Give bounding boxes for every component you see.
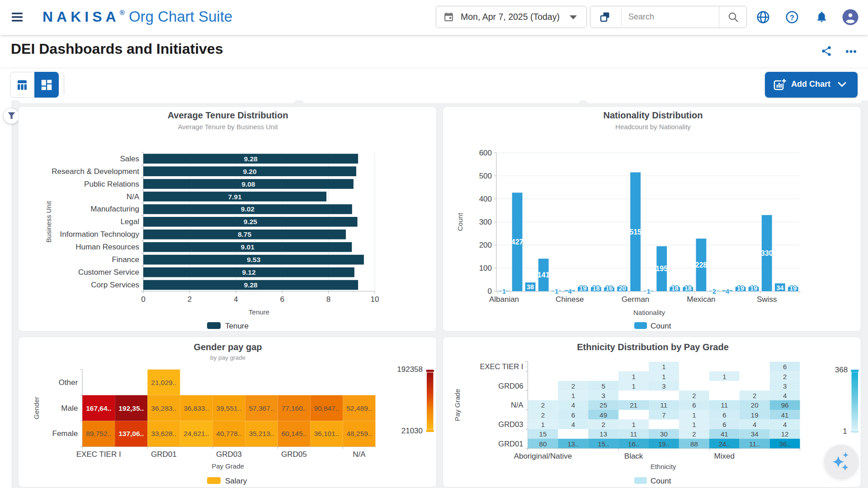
svg-text:11..: 11..: [749, 440, 760, 448]
svg-text:2: 2: [712, 287, 716, 295]
svg-text:Ethnicity: Ethnicity: [651, 463, 676, 470]
svg-text:195: 195: [656, 265, 668, 272]
svg-text:Ethnicity Distribution by Pay: Ethnicity Distribution by Pay Grade: [577, 342, 729, 352]
svg-text:77,160..: 77,160..: [281, 404, 307, 412]
svg-text:11: 11: [721, 401, 728, 409]
svg-text:Male: Male: [61, 404, 78, 413]
svg-text:1: 1: [692, 421, 696, 428]
svg-text:6: 6: [571, 411, 575, 419]
svg-text:33,628..: 33,628..: [151, 430, 176, 437]
svg-text:GRD03: GRD03: [498, 420, 523, 428]
svg-text:18: 18: [592, 285, 599, 292]
svg-text:9.20: 9.20: [243, 168, 256, 175]
svg-text:1: 1: [632, 421, 635, 428]
svg-text:330: 330: [761, 249, 773, 257]
svg-text:Mexican: Mexican: [687, 295, 715, 304]
svg-text:368: 368: [835, 366, 848, 374]
svg-text:9.01: 9.01: [241, 243, 255, 251]
svg-text:Pay Grade: Pay Grade: [453, 389, 461, 422]
svg-text:52,489..: 52,489..: [346, 404, 372, 412]
svg-text:11: 11: [630, 430, 637, 438]
svg-text:2: 2: [541, 401, 545, 409]
svg-text:Customer Service: Customer Service: [78, 268, 139, 277]
svg-text:Black: Black: [624, 452, 643, 460]
svg-text:4: 4: [234, 295, 238, 304]
svg-text:Corp Services: Corp Services: [91, 281, 139, 289]
svg-text:34: 34: [776, 284, 783, 291]
svg-text:Swiss: Swiss: [757, 295, 777, 304]
svg-text:34: 34: [751, 430, 759, 438]
svg-text:137,06..: 137,06..: [118, 430, 144, 437]
svg-text:60,145..: 60,145..: [281, 430, 307, 437]
svg-text:19: 19: [750, 285, 757, 292]
svg-text:2: 2: [602, 421, 605, 428]
svg-text:N/A: N/A: [127, 192, 140, 201]
svg-text:36,283..: 36,283..: [151, 404, 176, 412]
svg-text:8: 8: [326, 295, 330, 304]
svg-text:Average Tenure Distribution: Average Tenure Distribution: [168, 110, 288, 120]
svg-text:Sales: Sales: [120, 155, 139, 163]
svg-text:Manufacturing: Manufacturing: [90, 205, 139, 213]
svg-text:13..: 13..: [567, 440, 579, 448]
svg-text:GRD06: GRD06: [498, 382, 523, 390]
svg-text:EXEC TIER I: EXEC TIER I: [480, 362, 523, 371]
svg-text:18: 18: [684, 285, 692, 292]
svg-text:1: 1: [692, 411, 696, 419]
svg-text:GRD01: GRD01: [151, 450, 177, 459]
svg-text:3: 3: [602, 392, 605, 399]
svg-text:4: 4: [571, 421, 575, 428]
svg-text:1: 1: [843, 427, 847, 436]
svg-text:15: 15: [539, 430, 547, 438]
svg-text:5: 5: [602, 382, 605, 390]
svg-text:3: 3: [662, 382, 665, 390]
svg-text:EXEC TIER I: EXEC TIER I: [76, 450, 121, 459]
svg-text:19: 19: [751, 411, 759, 419]
svg-text:16: 16: [605, 285, 613, 292]
svg-text:9.02: 9.02: [241, 205, 255, 213]
svg-text:Information Technology: Information Technology: [60, 230, 140, 239]
svg-text:Headcount by Nationality: Headcount by Nationality: [615, 123, 691, 131]
svg-text:1: 1: [502, 287, 506, 295]
svg-text:7.91: 7.91: [228, 193, 242, 201]
svg-text:?: ?: [790, 14, 794, 22]
svg-text:228: 228: [695, 261, 708, 269]
svg-text:10: 10: [371, 295, 379, 304]
svg-text:36,101..: 36,101..: [314, 430, 339, 437]
svg-text:57,367..: 57,367..: [249, 404, 274, 412]
svg-text:1: 1: [662, 363, 665, 371]
svg-text:1: 1: [722, 373, 726, 380]
svg-text:2: 2: [571, 382, 575, 390]
svg-text:89,752..: 89,752..: [86, 430, 111, 437]
svg-text:80: 80: [539, 440, 547, 448]
svg-text:24..: 24..: [719, 440, 730, 448]
svg-text:4: 4: [783, 392, 787, 399]
svg-text:Human Resources: Human Resources: [75, 243, 139, 251]
svg-text:Average Tenure by Business Uni: Average Tenure by Business Unit: [178, 123, 278, 131]
svg-text:24,621..: 24,621..: [184, 430, 209, 437]
svg-text:3: 3: [783, 382, 787, 390]
svg-text:18: 18: [671, 285, 679, 292]
svg-text:36,833..: 36,833..: [184, 404, 209, 412]
svg-text:40,778..: 40,778..: [216, 430, 241, 437]
svg-text:600: 600: [479, 149, 492, 157]
svg-text:Legal: Legal: [120, 217, 139, 226]
svg-text:4: 4: [726, 287, 730, 295]
svg-text:Chinese: Chinese: [556, 295, 584, 304]
svg-text:2: 2: [692, 430, 696, 438]
svg-text:6: 6: [722, 421, 726, 428]
svg-text:GRD05: GRD05: [281, 450, 307, 459]
svg-text:Tenure: Tenure: [225, 322, 249, 330]
svg-text:0: 0: [488, 287, 492, 296]
svg-text:4: 4: [783, 421, 787, 428]
svg-text:Research & Development: Research & Development: [52, 167, 139, 176]
svg-text:2: 2: [753, 392, 756, 399]
svg-text:500: 500: [479, 172, 492, 180]
svg-text:0: 0: [141, 295, 145, 304]
svg-text:9.28: 9.28: [244, 155, 258, 163]
svg-text:Count: Count: [651, 477, 671, 485]
svg-text:N/A: N/A: [353, 450, 366, 459]
svg-text:100: 100: [479, 264, 492, 272]
svg-text:2: 2: [692, 392, 696, 399]
svg-text:96: 96: [781, 401, 789, 409]
svg-text:GRD03: GRD03: [216, 450, 242, 459]
